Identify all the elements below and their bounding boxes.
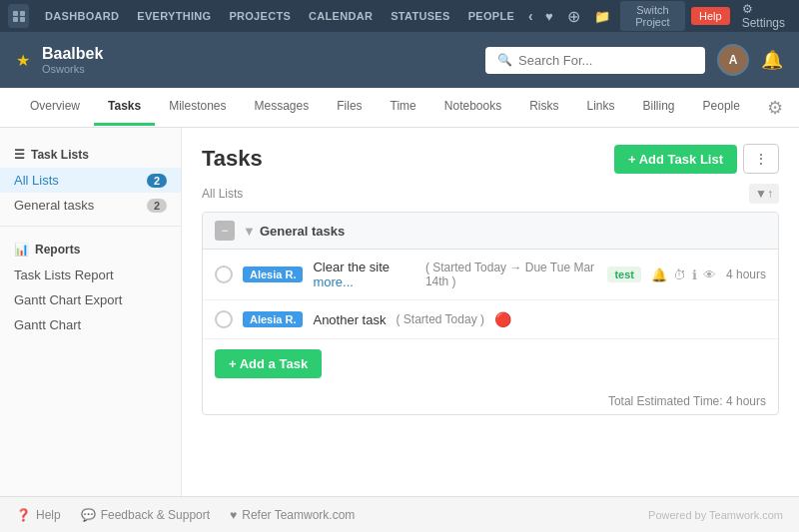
- sidebar-item-gantt-chart[interactable]: Gantt Chart: [0, 312, 181, 337]
- task-list-name: ▼ General tasks: [243, 224, 345, 239]
- task-assignee-2[interactable]: Alesia R.: [243, 311, 303, 327]
- search-input[interactable]: [518, 53, 693, 68]
- more-options-btn[interactable]: ⋮: [743, 144, 779, 174]
- all-lists-label: All Lists: [202, 187, 243, 201]
- heart-icon[interactable]: ♥: [541, 7, 557, 26]
- sidebar-item-all-lists[interactable]: All Lists 2: [0, 168, 181, 193]
- add-icon[interactable]: ⊕: [563, 5, 584, 28]
- project-name: Baalbek: [42, 45, 473, 63]
- tab-nav: Overview Tasks Milestones Messages Files…: [0, 88, 799, 128]
- task-date-1: ( Started Today → Due Tue Mar 14th ): [425, 261, 598, 288]
- heart-icon: ♥: [230, 508, 237, 522]
- sidebar: ☰ Task Lists All Lists 2 General tasks 2…: [0, 128, 182, 496]
- add-task-row: + Add a Task: [203, 339, 778, 388]
- task-lists-icon: ☰: [14, 148, 25, 162]
- content-area: Tasks + Add Task List ⋮ All Lists ▼↑ − ▼…: [182, 128, 799, 496]
- main-layout: ☰ Task Lists All Lists 2 General tasks 2…: [0, 128, 799, 496]
- timer-icon[interactable]: ⏱: [673, 267, 686, 282]
- add-task-list-btn[interactable]: + Add Task List: [614, 145, 737, 174]
- footer: ❓ Help 💬 Feedback & Support ♥ Refer Team…: [0, 496, 799, 532]
- feedback-icon: 💬: [81, 508, 96, 522]
- collapse-btn[interactable]: −: [215, 221, 235, 241]
- svg-rect-3: [20, 17, 25, 22]
- task-time-1: 4 hours: [726, 267, 766, 281]
- page-title: Tasks: [202, 146, 614, 172]
- task-name-1: Clear the site more...: [313, 260, 414, 289]
- tab-tasks[interactable]: Tasks: [94, 89, 155, 126]
- task-checkbox-1[interactable]: [215, 266, 233, 283]
- reports-section-title: 📊 Reports: [0, 235, 181, 263]
- sidebar-divider: [0, 226, 181, 227]
- nav-statuses[interactable]: Statuses: [383, 6, 457, 26]
- filter-icon[interactable]: ▼↑: [749, 184, 779, 204]
- tab-overview[interactable]: Overview: [16, 89, 94, 126]
- svg-rect-0: [13, 11, 18, 16]
- search-bar: 🔍: [485, 47, 705, 74]
- powered-by: Powered by Teamwork.com: [648, 509, 783, 521]
- eye-icon[interactable]: 👁: [703, 267, 716, 282]
- sidebar-item-task-lists-report[interactable]: Task Lists Report: [0, 263, 181, 287]
- tab-files[interactable]: Files: [323, 89, 376, 126]
- top-nav: Dashboard Everything Projects Calendar S…: [0, 0, 799, 32]
- task-list-container: − ▼ General tasks Alesia R. Clear the si…: [202, 212, 779, 415]
- nav-projects[interactable]: Projects: [221, 6, 299, 26]
- content-header: Tasks + Add Task List ⋮: [202, 144, 779, 174]
- tab-time[interactable]: Time: [377, 89, 430, 126]
- project-sub: Osworks: [42, 63, 473, 75]
- task-checkbox-2[interactable]: [215, 310, 233, 328]
- nav-calendar[interactable]: Calendar: [301, 6, 381, 26]
- add-task-btn[interactable]: + Add a Task: [215, 349, 322, 378]
- project-info: Baalbek Osworks: [42, 45, 473, 75]
- bell-icon[interactable]: 🔔: [651, 267, 667, 282]
- table-row: Alesia R. Clear the site more... ( Start…: [203, 250, 778, 300]
- tab-messages[interactable]: Messages: [241, 89, 324, 126]
- help-icon: ❓: [16, 508, 31, 522]
- project-star[interactable]: ★: [16, 51, 30, 70]
- sidebar-item-general-tasks[interactable]: General tasks 2: [0, 193, 181, 218]
- warning-icon: 🔴: [494, 311, 511, 327]
- top-nav-actions: ♥ ⊕ 📁 Switch Project Help ⚙ Settings: [541, 0, 791, 32]
- nav-people[interactable]: People: [460, 6, 522, 26]
- nav-everything[interactable]: Everything: [129, 6, 219, 26]
- reports-icon: 📊: [14, 243, 29, 257]
- tab-settings-icon[interactable]: ⚙: [767, 97, 783, 119]
- svg-rect-2: [13, 17, 18, 22]
- task-name-2: Another task: [313, 312, 386, 327]
- avatar[interactable]: A: [717, 44, 749, 76]
- tab-people[interactable]: People: [689, 89, 754, 126]
- notification-bell[interactable]: 🔔: [761, 49, 783, 71]
- task-more-link-1[interactable]: more...: [313, 274, 353, 289]
- table-row: Alesia R. Another task ( Started Today )…: [203, 300, 778, 339]
- all-lists-badge: 2: [147, 174, 167, 188]
- help-btn[interactable]: Help: [691, 7, 730, 25]
- svg-rect-1: [20, 11, 25, 16]
- settings-btn[interactable]: ⚙ Settings: [736, 0, 791, 32]
- task-tag-1[interactable]: test: [607, 266, 641, 282]
- tab-billing[interactable]: Billing: [629, 89, 689, 126]
- task-icons-1: 🔔 ⏱ ℹ 👁: [651, 267, 716, 282]
- filter-bar: All Lists ▼↑: [202, 184, 779, 204]
- footer-help[interactable]: ❓ Help: [16, 508, 61, 522]
- task-list-header: − ▼ General tasks: [203, 213, 778, 250]
- nav-dashboard[interactable]: Dashboard: [37, 6, 127, 26]
- switch-project-btn[interactable]: Switch Project: [620, 1, 685, 31]
- general-tasks-badge: 2: [147, 199, 167, 213]
- footer-refer[interactable]: ♥ Refer Teamwork.com: [230, 508, 355, 522]
- task-lists-section-title: ☰ Task Lists: [0, 140, 181, 168]
- tab-risks[interactable]: Risks: [515, 89, 572, 126]
- footer-feedback[interactable]: 💬 Feedback & Support: [81, 508, 210, 522]
- folder-icon[interactable]: 📁: [590, 7, 614, 26]
- tab-milestones[interactable]: Milestones: [155, 89, 240, 126]
- nav-more-chevron[interactable]: ‹: [524, 8, 537, 24]
- project-header: ★ Baalbek Osworks 🔍 A 🔔: [0, 32, 799, 88]
- logo-btn[interactable]: [8, 4, 29, 28]
- info-icon[interactable]: ℹ: [692, 267, 697, 282]
- total-estimated-time: Total Estimated Time: 4 hours: [203, 388, 778, 414]
- task-assignee-1[interactable]: Alesia R.: [243, 266, 303, 282]
- search-icon: 🔍: [497, 53, 512, 67]
- tab-links[interactable]: Links: [573, 89, 629, 126]
- sidebar-item-gantt-chart-export[interactable]: Gantt Chart Export: [0, 287, 181, 312]
- tab-notebooks[interactable]: Notebooks: [430, 89, 515, 126]
- chevron-down-icon: ▼: [243, 224, 256, 239]
- task-date-2: ( Started Today ): [396, 312, 484, 326]
